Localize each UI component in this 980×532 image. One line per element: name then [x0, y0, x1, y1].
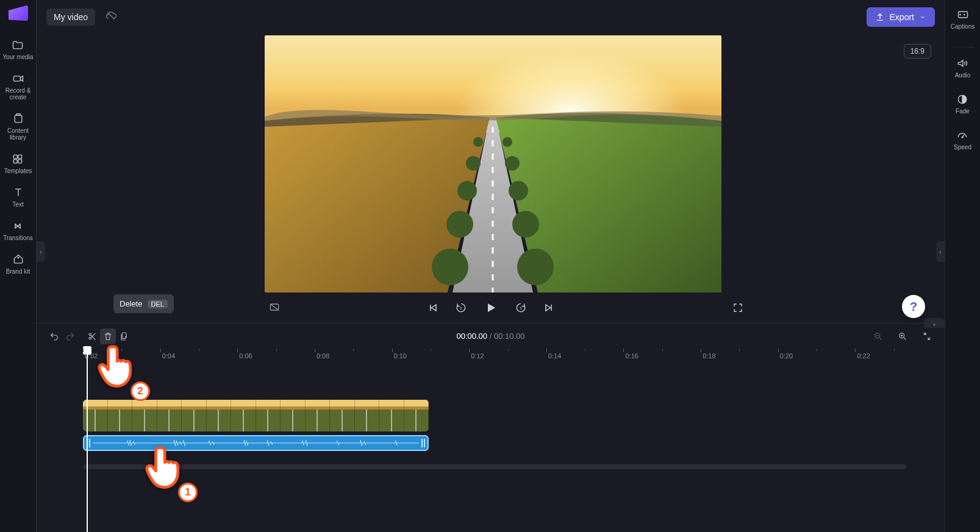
audio-clip[interactable] [83, 435, 429, 451]
ruler-mark-label: 0:12 [471, 352, 484, 360]
ruler-mark-label: 0:08 [317, 352, 329, 360]
tooltip-shortcut: DEL [148, 300, 168, 308]
project-title[interactable]: My video [46, 9, 95, 26]
panel-item-speed[interactable]: Speed [954, 129, 971, 151]
app-logo[interactable] [9, 5, 28, 23]
svg-point-15 [503, 137, 512, 147]
export-label: Export [890, 12, 914, 22]
svg-rect-2 [16, 114, 20, 116]
ruler-mark-label: 0:06 [239, 352, 252, 360]
camera-icon [12, 73, 24, 85]
sidebar-item-label: Brand kit [6, 268, 30, 275]
sidebar-item-record-create[interactable]: Record & create [0, 73, 36, 101]
panel-item-label: Speed [954, 144, 971, 151]
sidebar-item-label: Templates [4, 168, 32, 174]
tag-icon [12, 254, 24, 266]
svg-rect-3 [14, 155, 18, 158]
svg-text:5: 5 [520, 307, 521, 310]
sidebar-item-label: Content library [0, 127, 36, 141]
svg-text:5: 5 [460, 307, 462, 310]
sidebar-item-your-media[interactable]: Your media [2, 39, 33, 60]
templates-icon [12, 153, 24, 165]
split-button[interactable] [84, 328, 100, 344]
svg-rect-6 [18, 160, 22, 163]
audio-trim-right[interactable] [421, 439, 425, 447]
timecode: 00:00.00 / 00:10.00 [456, 332, 524, 341]
ruler-mark-label: 0:04 [162, 352, 175, 360]
sidebar-item-label: Text [12, 201, 23, 208]
duration: 00:10.00 [494, 332, 525, 341]
panel-item-label: Fade [956, 108, 970, 115]
sidebar-item-label: Transitions [3, 235, 33, 241]
svg-rect-0 [13, 76, 20, 81]
panel-item-captions[interactable]: Captions [951, 9, 975, 30]
rewind-5-button[interactable]: 5 [454, 301, 468, 314]
ruler-mark-label: 0:18 [703, 352, 715, 360]
timeline-ruler[interactable]: 0 0:020:040:060:080:100:120:140:160:180:… [46, 349, 945, 366]
fullscreen-button[interactable] [732, 302, 743, 316]
aspect-ratio-badge[interactable]: 16:9 [904, 44, 931, 59]
svg-point-13 [446, 211, 473, 238]
text-icon [12, 186, 24, 199]
play-button[interactable] [482, 299, 499, 316]
svg-point-14 [432, 249, 468, 285]
svg-point-24 [89, 337, 91, 339]
svg-rect-1 [15, 115, 22, 122]
cloud-sync-icon[interactable] [105, 10, 117, 24]
svg-point-17 [509, 181, 528, 200]
sidebar-divider [952, 47, 974, 48]
panel-item-audio[interactable]: Audio [955, 57, 971, 79]
svg-point-19 [517, 249, 554, 285]
help-button[interactable]: ? [902, 295, 925, 318]
skip-back-button[interactable] [426, 301, 440, 314]
tooltip-label: Delete [120, 299, 143, 308]
delete-button[interactable] [100, 328, 116, 344]
zoom-in-button[interactable] [895, 328, 910, 344]
sidebar-item-text[interactable]: Text [12, 186, 24, 208]
sidebar-item-transitions[interactable]: Transitions [3, 220, 33, 241]
ruler-mark-label: 0:16 [625, 352, 638, 360]
video-clip[interactable] [83, 400, 429, 431]
svg-point-30 [962, 137, 964, 138]
sidebar-item-brand-kit[interactable]: Brand kit [6, 254, 30, 275]
library-icon [12, 113, 24, 125]
undo-button[interactable] [46, 328, 62, 344]
speaker-icon [956, 57, 968, 69]
current-time: 00:00.00 [456, 332, 487, 341]
svg-point-12 [457, 181, 477, 200]
sidebar-item-content-library[interactable]: Content library [0, 113, 36, 141]
fade-icon [956, 93, 968, 105]
fit-timeline-button[interactable] [919, 328, 935, 344]
duplicate-button[interactable] [116, 328, 132, 344]
redo-button[interactable] [62, 328, 78, 344]
ruler-mark-label: 0:14 [548, 352, 561, 360]
sidebar-item-label: Record & create [0, 87, 36, 101]
forward-5-button[interactable]: 5 [514, 301, 528, 314]
ruler-mark-label: 0:20 [780, 352, 793, 360]
svg-point-23 [89, 333, 91, 335]
ruler-mark-label: 0:10 [394, 352, 407, 360]
zoom-out-button[interactable] [870, 328, 886, 344]
export-button[interactable]: Export [867, 7, 935, 27]
svg-rect-4 [18, 155, 22, 158]
skip-forward-button[interactable] [542, 301, 556, 314]
timeline-scrollbar[interactable] [83, 464, 906, 469]
upload-icon [875, 12, 885, 22]
sidebar-item-templates[interactable]: Templates [4, 153, 32, 174]
right-panel-expand[interactable]: ‹ [936, 241, 945, 262]
preview-image [265, 35, 721, 293]
captions-icon [957, 9, 969, 21]
svg-point-7 [18, 257, 19, 258]
panel-item-label: Captions [951, 23, 975, 30]
chevron-down-icon [919, 13, 926, 21]
folder-icon [12, 39, 24, 51]
svg-point-11 [466, 156, 481, 171]
playhead-line [87, 353, 88, 532]
svg-point-10 [473, 137, 483, 147]
speedometer-icon [956, 129, 968, 141]
transitions-icon [12, 220, 24, 232]
video-preview[interactable] [265, 35, 721, 293]
waveform [93, 439, 419, 447]
panel-item-fade[interactable]: Fade [956, 93, 970, 115]
sidebar-item-label: Your media [2, 54, 33, 60]
